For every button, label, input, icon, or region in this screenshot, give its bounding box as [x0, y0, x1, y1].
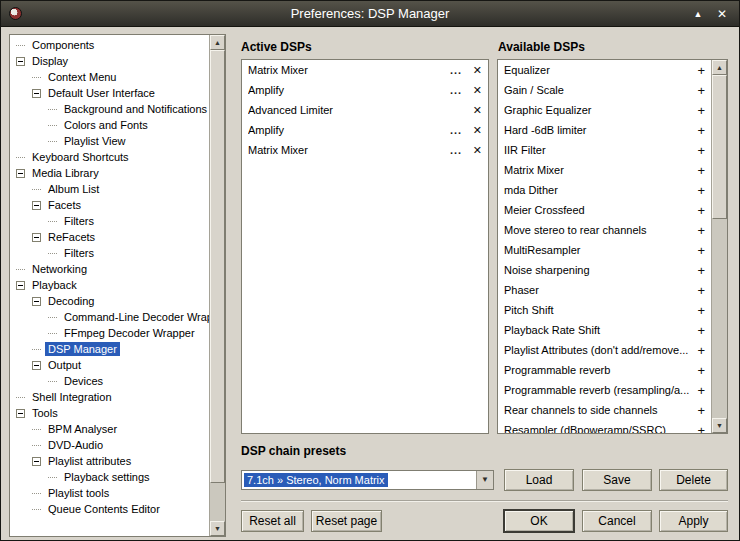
add-dsp-button[interactable]: +: [693, 323, 705, 338]
add-dsp-button[interactable]: +: [693, 143, 705, 158]
available-dsp-row[interactable]: IIR Filter+: [498, 140, 711, 160]
remove-dsp-button[interactable]: ✕: [468, 84, 482, 97]
tree-item-playlist-tools[interactable]: Playlist tools: [10, 485, 209, 501]
tree-item-playlist-attributes[interactable]: Playlist attributes: [10, 453, 209, 469]
tree-item-context-menu[interactable]: Context Menu: [10, 69, 209, 85]
available-dsp-row[interactable]: Playlist Attributes (don't add/remove...…: [498, 340, 711, 360]
collapse-icon[interactable]: [16, 409, 25, 418]
tree-item-keyboard-shortcuts[interactable]: Keyboard Shortcuts: [10, 149, 209, 165]
available-scrollbar-track[interactable]: [712, 75, 727, 418]
tree-item-devices[interactable]: Devices: [10, 373, 209, 389]
available-dsp-row[interactable]: Playback Rate Shift+: [498, 320, 711, 340]
tree-item-dvd-audio[interactable]: DVD-Audio: [10, 437, 209, 453]
active-dsp-row[interactable]: Amplify...✕: [242, 120, 488, 140]
remove-dsp-button[interactable]: ✕: [468, 144, 482, 157]
tree-item-background-and-notifications[interactable]: Background and Notifications: [10, 101, 209, 117]
tree-item-decoding[interactable]: Decoding: [10, 293, 209, 309]
collapse-icon[interactable]: [32, 89, 41, 98]
add-dsp-button[interactable]: +: [693, 103, 705, 118]
add-dsp-button[interactable]: +: [693, 223, 705, 238]
add-dsp-button[interactable]: +: [693, 423, 705, 434]
available-scrollbar[interactable]: ▲ ▼: [711, 60, 727, 433]
scroll-up-icon[interactable]: ▲: [210, 35, 225, 50]
tree-item-queue-contents-editor[interactable]: Queue Contents Editor: [10, 501, 209, 517]
scroll-down-icon[interactable]: ▼: [210, 521, 225, 536]
remove-dsp-button[interactable]: ✕: [468, 124, 482, 137]
add-dsp-button[interactable]: +: [693, 283, 705, 298]
add-dsp-button[interactable]: +: [693, 363, 705, 378]
available-dsp-row[interactable]: Gain / Scale+: [498, 80, 711, 100]
active-dsp-row[interactable]: Matrix Mixer...✕: [242, 60, 488, 80]
add-dsp-button[interactable]: +: [693, 203, 705, 218]
tree-item-facets[interactable]: Facets: [10, 197, 209, 213]
collapse-icon[interactable]: [16, 169, 25, 178]
tree-scrollbar-thumb[interactable]: [210, 50, 225, 483]
save-preset-button[interactable]: Save: [582, 469, 652, 491]
add-dsp-button[interactable]: +: [693, 383, 705, 398]
tree-item-refacets[interactable]: ReFacets: [10, 229, 209, 245]
collapse-icon[interactable]: [32, 361, 41, 370]
available-dsp-row[interactable]: Resampler (dBpoweramp/SSRC)+: [498, 420, 711, 433]
add-dsp-button[interactable]: +: [693, 403, 705, 418]
available-dsp-row[interactable]: Matrix Mixer+: [498, 160, 711, 180]
close-window-icon[interactable]: ✕: [715, 1, 729, 27]
tree-item-shell-integration[interactable]: Shell Integration: [10, 389, 209, 405]
configure-dsp-button[interactable]: ...: [444, 64, 468, 76]
tree-item-ffmpeg-decoder-wrapper[interactable]: FFmpeg Decoder Wrapper: [10, 325, 209, 341]
active-dsp-row[interactable]: Matrix Mixer...✕: [242, 140, 488, 160]
tree-item-filters[interactable]: Filters: [10, 213, 209, 229]
shade-window-icon[interactable]: ▲: [691, 1, 705, 27]
scroll-up-icon[interactable]: ▲: [712, 60, 727, 75]
delete-preset-button[interactable]: Delete: [659, 469, 728, 491]
available-dsp-row[interactable]: Programmable reverb (resampling/a...+: [498, 380, 711, 400]
tree-scrollbar-track[interactable]: [210, 50, 225, 521]
add-dsp-button[interactable]: +: [693, 183, 705, 198]
load-preset-button[interactable]: Load: [504, 469, 574, 491]
apply-button[interactable]: Apply: [659, 510, 728, 532]
available-dsp-row[interactable]: Programmable reverb+: [498, 360, 711, 380]
tree-item-command-line-decoder-wrapper[interactable]: Command-Line Decoder Wrapper: [10, 309, 209, 325]
available-dsp-row[interactable]: Equalizer+: [498, 60, 711, 80]
add-dsp-button[interactable]: +: [693, 303, 705, 318]
reset-page-button[interactable]: Reset page: [311, 510, 382, 532]
combo-dropdown-icon[interactable]: ▼: [476, 471, 493, 489]
tree-item-display[interactable]: Display: [10, 53, 209, 69]
configure-dsp-button[interactable]: ...: [444, 84, 468, 96]
available-dsp-row[interactable]: Hard -6dB limiter+: [498, 120, 711, 140]
tree-item-playlist-view[interactable]: Playlist View: [10, 133, 209, 149]
add-dsp-button[interactable]: +: [693, 123, 705, 138]
active-dsp-row[interactable]: Advanced Limiter✕: [242, 100, 488, 120]
remove-dsp-button[interactable]: ✕: [468, 104, 482, 117]
remove-dsp-button[interactable]: ✕: [468, 64, 482, 77]
add-dsp-button[interactable]: +: [693, 83, 705, 98]
tree-item-media-library[interactable]: Media Library: [10, 165, 209, 181]
configure-dsp-button[interactable]: ...: [444, 124, 468, 136]
available-dsp-row[interactable]: Meier Crossfeed+: [498, 200, 711, 220]
available-scrollbar-thumb[interactable]: [712, 75, 727, 219]
active-dsp-row[interactable]: Amplify...✕: [242, 80, 488, 100]
add-dsp-button[interactable]: +: [693, 163, 705, 178]
available-dsp-row[interactable]: Noise sharpening+: [498, 260, 711, 280]
preset-combobox[interactable]: 7.1ch » Stereo, Norm Matrix ▼: [241, 470, 494, 490]
tree-item-bpm-analyser[interactable]: BPM Analyser: [10, 421, 209, 437]
add-dsp-button[interactable]: +: [693, 243, 705, 258]
collapse-icon[interactable]: [32, 233, 41, 242]
cancel-button[interactable]: Cancel: [582, 510, 652, 532]
tree-item-playback[interactable]: Playback: [10, 277, 209, 293]
collapse-icon[interactable]: [32, 201, 41, 210]
tree-scrollbar[interactable]: ▲ ▼: [209, 35, 225, 536]
available-dsp-row[interactable]: Move stereo to rear channels+: [498, 220, 711, 240]
ok-button[interactable]: OK: [504, 510, 574, 532]
tree-item-dsp-manager[interactable]: DSP Manager: [10, 341, 209, 357]
available-dsp-row[interactable]: Phaser+: [498, 280, 711, 300]
titlebar[interactable]: Preferences: DSP Manager ▲ ✕: [1, 1, 739, 27]
add-dsp-button[interactable]: +: [693, 343, 705, 358]
tree-item-output[interactable]: Output: [10, 357, 209, 373]
reset-all-button[interactable]: Reset all: [241, 510, 304, 532]
tree-item-colors-and-fonts[interactable]: Colors and Fonts: [10, 117, 209, 133]
available-dsp-row[interactable]: Graphic Equalizer+: [498, 100, 711, 120]
collapse-icon[interactable]: [16, 57, 25, 66]
available-dsp-row[interactable]: mda Dither+: [498, 180, 711, 200]
add-dsp-button[interactable]: +: [693, 263, 705, 278]
tree-item-playback-settings[interactable]: Playback settings: [10, 469, 209, 485]
